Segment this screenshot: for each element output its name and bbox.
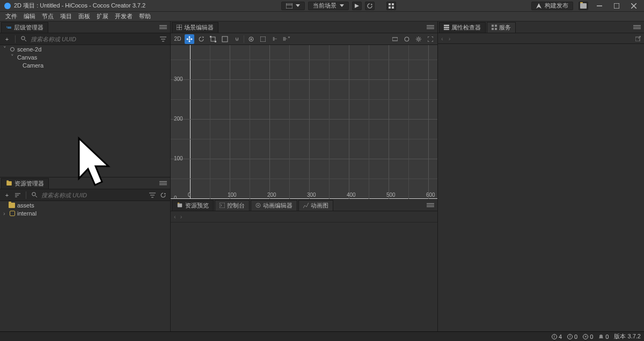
tree-item-scene[interactable]: ˅ scene-2d	[0, 45, 170, 53]
tab-inspector[interactable]: 属性检查器	[439, 22, 486, 33]
menu-ext[interactable]: 扩展	[94, 12, 111, 20]
align-button[interactable]	[390, 34, 400, 44]
menu-node[interactable]: 节点	[40, 12, 56, 20]
caret-down-icon[interactable]: ˅	[3, 46, 8, 53]
menu-help[interactable]: 帮助	[137, 12, 153, 20]
panel-menu-button[interactable]	[427, 24, 434, 31]
status-notif[interactable]: 0	[598, 333, 609, 340]
assets-search-input[interactable]	[41, 192, 145, 198]
minimize-button[interactable]	[594, 2, 605, 10]
x-tick-label: 300	[307, 192, 316, 198]
svg-marker-2	[355, 4, 359, 8]
nav-back-button[interactable]: ‹	[441, 35, 443, 42]
y-tick-label: 0	[174, 195, 177, 199]
menu-dev[interactable]: 开发者	[113, 12, 135, 20]
filter-button[interactable]	[149, 191, 156, 199]
fullscreen-button[interactable]	[426, 34, 435, 44]
preview-target-dropdown[interactable]	[281, 2, 305, 10]
svg-rect-38	[260, 36, 266, 42]
status-warn[interactable]: ! 0	[567, 333, 577, 340]
y-tick-label: 300	[174, 76, 183, 82]
local-world-button[interactable]	[258, 34, 268, 44]
tab-scene-editor[interactable]: 场景编辑器	[172, 22, 218, 33]
gizmo-button[interactable]	[402, 34, 412, 44]
y-axis	[190, 45, 191, 199]
tab-anim-editor[interactable]: 动画编辑器	[251, 200, 297, 211]
search-icon	[31, 191, 38, 199]
pivot-button[interactable]	[246, 34, 256, 44]
svg-point-41	[418, 38, 420, 40]
hierarchy-search-input[interactable]	[31, 36, 156, 42]
add-asset-button[interactable]: +	[3, 191, 11, 199]
y-tick-label: 100	[174, 155, 183, 161]
svg-rect-48	[492, 25, 494, 27]
increment-button[interactable]: ⊪˅	[282, 34, 291, 44]
open-project-button[interactable]	[579, 2, 588, 10]
refresh-assets-button[interactable]	[159, 191, 167, 199]
svg-line-13	[25, 40, 26, 41]
browser-icon	[286, 3, 292, 9]
scene-dropdown[interactable]: 当前场景	[308, 2, 349, 10]
panel-menu-button[interactable]	[633, 24, 641, 31]
build-button[interactable]: 构建发布	[531, 2, 573, 10]
tab-console[interactable]: 控制台	[215, 200, 250, 211]
menu-file[interactable]: 文件	[3, 12, 19, 20]
add-node-button[interactable]: +	[3, 35, 11, 43]
tab-hierarchy-label: 层级管理器	[14, 24, 43, 32]
svg-rect-49	[495, 25, 497, 27]
panel-menu-button[interactable]	[159, 180, 167, 187]
error-icon: ×	[583, 334, 588, 339]
grid-button[interactable]	[386, 2, 396, 10]
tree-item-camera[interactable]: Camera	[0, 61, 170, 69]
nav-back-button[interactable]: ‹	[174, 213, 176, 220]
tab-scene-label: 场景编辑器	[184, 24, 214, 32]
folder-icon	[580, 3, 587, 9]
svg-rect-33	[210, 36, 211, 38]
tab-assets-label: 资源管理器	[14, 180, 44, 188]
mode-2d-button[interactable]: 2D	[173, 34, 182, 44]
tree-item-internal[interactable]: › internal	[0, 209, 170, 217]
status-error[interactable]: × 0	[583, 333, 593, 340]
maximize-button[interactable]	[611, 2, 623, 10]
assets-tree[interactable]: assets › internal	[0, 201, 170, 331]
status-version[interactable]: 版本 3.7.2	[614, 332, 641, 340]
snap-button[interactable]: ⊩	[270, 34, 280, 44]
tab-label: 动画图	[311, 202, 328, 210]
scene-viewport[interactable]: 01002003004005006003002001000	[171, 45, 437, 199]
caret-down-icon[interactable]: ˅	[11, 54, 15, 61]
tree-item-label: scene-2d	[17, 46, 41, 53]
rotate-tool-button[interactable]	[196, 34, 206, 44]
tab-services[interactable]: 服务	[487, 22, 516, 33]
rect-tool-button[interactable]	[220, 34, 230, 44]
hierarchy-tree[interactable]: ˅ scene-2d ˅ Canvas Camera	[0, 45, 170, 177]
panel-menu-button[interactable]	[427, 202, 434, 209]
pop-out-button[interactable]	[635, 36, 641, 41]
anchor-tool-button[interactable]: ⊍	[232, 34, 241, 44]
inspector-icon	[444, 25, 449, 30]
play-button[interactable]	[352, 2, 362, 10]
refresh-button[interactable]	[365, 2, 375, 10]
menu-project[interactable]: 项目	[58, 12, 74, 20]
caret-right-icon[interactable]: ›	[3, 210, 8, 217]
scale-icon	[210, 36, 216, 42]
status-info[interactable]: i 4	[552, 333, 562, 340]
hierarchy-tabrow: ≔ 层级管理器	[0, 21, 170, 33]
scale-tool-button[interactable]	[208, 34, 218, 44]
menu-edit[interactable]: 编辑	[21, 12, 38, 20]
filter-button[interactable]	[159, 35, 167, 43]
nav-forward-button[interactable]: ›	[449, 35, 451, 42]
close-button[interactable]	[628, 2, 640, 10]
settings-button[interactable]	[414, 34, 423, 44]
sort-button[interactable]	[14, 191, 21, 199]
tree-item-assets[interactable]: assets	[0, 201, 170, 209]
panel-menu-button[interactable]	[159, 24, 167, 31]
tab-assets[interactable]: 资源管理器	[1, 178, 49, 189]
menu-panel[interactable]: 面板	[76, 12, 92, 20]
tab-hierarchy[interactable]: ≔ 层级管理器	[1, 22, 48, 33]
nav-forward-button[interactable]: ›	[180, 213, 182, 220]
move-tool-button[interactable]	[185, 34, 194, 44]
tab-anim-graph[interactable]: 动画图	[298, 200, 333, 211]
tree-item-canvas[interactable]: ˅ Canvas	[0, 53, 170, 61]
notif-count: 0	[605, 333, 609, 340]
tab-asset-preview[interactable]: 资源预览	[172, 200, 214, 211]
